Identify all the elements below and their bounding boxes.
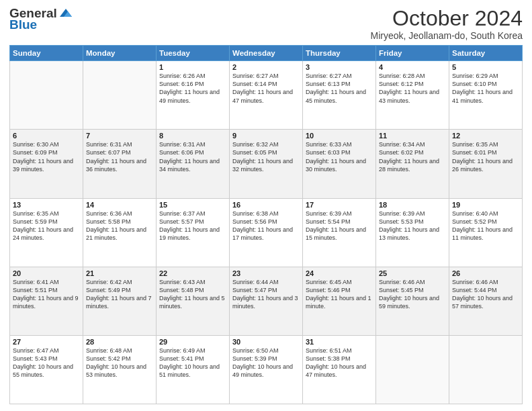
calendar-cell: 25Sunrise: 6:46 AM Sunset: 5:45 PM Dayli… — [376, 267, 449, 335]
calendar-cell: 3Sunrise: 6:27 AM Sunset: 6:13 PM Daylig… — [303, 61, 376, 130]
month-title: October 2024 — [371, 7, 523, 30]
calendar-week-row: 1Sunrise: 6:26 AM Sunset: 6:16 PM Daylig… — [10, 61, 523, 130]
calendar-cell: 22Sunrise: 6:43 AM Sunset: 5:48 PM Dayli… — [157, 267, 230, 335]
day-number: 24 — [306, 269, 373, 277]
day-number: 8 — [159, 132, 226, 140]
day-header-wednesday: Wednesday — [230, 46, 303, 61]
header: General Blue October 2024 Miryeok, Jeoll… — [9, 7, 523, 41]
calendar-week-row: 20Sunrise: 6:41 AM Sunset: 5:51 PM Dayli… — [10, 267, 523, 335]
day-info: Sunrise: 6:50 AM Sunset: 5:39 PM Dayligh… — [232, 347, 300, 379]
calendar-cell: 17Sunrise: 6:39 AM Sunset: 5:54 PM Dayli… — [303, 198, 376, 267]
day-info: Sunrise: 6:38 AM Sunset: 5:56 PM Dayligh… — [232, 210, 300, 242]
calendar-cell: 30Sunrise: 6:50 AM Sunset: 5:39 PM Dayli… — [230, 335, 303, 404]
logo: General Blue — [9, 7, 73, 31]
day-info: Sunrise: 6:28 AM Sunset: 6:12 PM Dayligh… — [379, 72, 446, 105]
day-info: Sunrise: 6:46 AM Sunset: 5:44 PM Dayligh… — [452, 278, 519, 311]
day-info: Sunrise: 6:51 AM Sunset: 5:38 PM Dayligh… — [306, 347, 373, 379]
day-info: Sunrise: 6:47 AM Sunset: 5:43 PM Dayligh… — [13, 347, 80, 379]
day-info: Sunrise: 6:29 AM Sunset: 6:10 PM Dayligh… — [452, 72, 519, 105]
calendar-cell: 11Sunrise: 6:34 AM Sunset: 6:02 PM Dayli… — [376, 130, 449, 198]
calendar-cell: 6Sunrise: 6:30 AM Sunset: 6:09 PM Daylig… — [10, 130, 83, 198]
day-number: 19 — [452, 201, 519, 209]
day-info: Sunrise: 6:41 AM Sunset: 5:51 PM Dayligh… — [13, 278, 80, 311]
day-info: Sunrise: 6:45 AM Sunset: 5:46 PM Dayligh… — [306, 278, 373, 311]
calendar-cell — [376, 335, 449, 404]
day-number: 2 — [232, 63, 300, 71]
day-number: 9 — [232, 132, 300, 140]
day-info: Sunrise: 6:43 AM Sunset: 5:48 PM Dayligh… — [159, 278, 226, 311]
day-number: 12 — [452, 132, 519, 140]
calendar-cell: 2Sunrise: 6:27 AM Sunset: 6:14 PM Daylig… — [230, 61, 303, 130]
day-number: 28 — [86, 338, 153, 346]
day-number: 31 — [306, 338, 373, 346]
calendar-cell: 28Sunrise: 6:48 AM Sunset: 5:42 PM Dayli… — [83, 335, 157, 404]
calendar-cell: 18Sunrise: 6:39 AM Sunset: 5:53 PM Dayli… — [376, 198, 449, 267]
day-header-thursday: Thursday — [303, 46, 376, 61]
day-info: Sunrise: 6:31 AM Sunset: 6:06 PM Dayligh… — [159, 140, 226, 173]
day-header-monday: Monday — [83, 46, 157, 61]
title-block: October 2024 Miryeok, Jeollanam-do, Sout… — [371, 7, 523, 41]
calendar-cell: 14Sunrise: 6:36 AM Sunset: 5:58 PM Dayli… — [83, 198, 157, 267]
calendar-table: SundayMondayTuesdayWednesdayThursdayFrid… — [9, 45, 523, 404]
calendar-cell: 12Sunrise: 6:35 AM Sunset: 6:01 PM Dayli… — [449, 130, 523, 198]
logo-icon — [58, 7, 73, 18]
location: Miryeok, Jeollanam-do, South Korea — [371, 30, 523, 41]
day-number: 11 — [379, 132, 446, 140]
day-info: Sunrise: 6:34 AM Sunset: 6:02 PM Dayligh… — [379, 140, 446, 173]
day-number: 26 — [452, 269, 519, 277]
day-number: 17 — [306, 201, 373, 209]
calendar-cell: 7Sunrise: 6:31 AM Sunset: 6:07 PM Daylig… — [83, 130, 157, 198]
calendar-cell: 15Sunrise: 6:37 AM Sunset: 5:57 PM Dayli… — [157, 198, 230, 267]
logo-blue-text: Blue — [9, 18, 37, 31]
day-number: 4 — [379, 63, 446, 71]
calendar-week-row: 6Sunrise: 6:30 AM Sunset: 6:09 PM Daylig… — [10, 130, 523, 198]
day-info: Sunrise: 6:35 AM Sunset: 6:01 PM Dayligh… — [452, 140, 519, 173]
calendar-cell: 27Sunrise: 6:47 AM Sunset: 5:43 PM Dayli… — [10, 335, 83, 404]
calendar-cell: 23Sunrise: 6:44 AM Sunset: 5:47 PM Dayli… — [230, 267, 303, 335]
calendar-week-row: 13Sunrise: 6:35 AM Sunset: 5:59 PM Dayli… — [10, 198, 523, 267]
day-info: Sunrise: 6:37 AM Sunset: 5:57 PM Dayligh… — [159, 210, 226, 242]
day-number: 14 — [86, 201, 153, 209]
calendar-cell: 20Sunrise: 6:41 AM Sunset: 5:51 PM Dayli… — [10, 267, 83, 335]
day-number: 13 — [13, 201, 80, 209]
day-info: Sunrise: 6:35 AM Sunset: 5:59 PM Dayligh… — [13, 210, 80, 242]
day-header-saturday: Saturday — [449, 46, 523, 61]
day-header-tuesday: Tuesday — [157, 46, 230, 61]
day-info: Sunrise: 6:46 AM Sunset: 5:45 PM Dayligh… — [379, 278, 446, 311]
calendar-cell — [83, 61, 157, 130]
day-info: Sunrise: 6:33 AM Sunset: 6:03 PM Dayligh… — [306, 140, 373, 173]
day-number: 22 — [159, 269, 226, 277]
calendar-header-row: SundayMondayTuesdayWednesdayThursdayFrid… — [10, 46, 523, 61]
calendar-cell: 1Sunrise: 6:26 AM Sunset: 6:16 PM Daylig… — [157, 61, 230, 130]
day-info: Sunrise: 6:32 AM Sunset: 6:05 PM Dayligh… — [232, 140, 300, 173]
day-number: 25 — [379, 269, 446, 277]
day-number: 30 — [232, 338, 300, 346]
day-number: 20 — [13, 269, 80, 277]
day-info: Sunrise: 6:48 AM Sunset: 5:42 PM Dayligh… — [86, 347, 153, 379]
day-info: Sunrise: 6:31 AM Sunset: 6:07 PM Dayligh… — [86, 140, 153, 173]
calendar-cell: 31Sunrise: 6:51 AM Sunset: 5:38 PM Dayli… — [303, 335, 376, 404]
day-info: Sunrise: 6:49 AM Sunset: 5:41 PM Dayligh… — [159, 347, 226, 379]
day-number: 7 — [86, 132, 153, 140]
calendar-cell: 5Sunrise: 6:29 AM Sunset: 6:10 PM Daylig… — [449, 61, 523, 130]
day-info: Sunrise: 6:27 AM Sunset: 6:13 PM Dayligh… — [306, 72, 373, 105]
day-number: 15 — [159, 201, 226, 209]
day-number: 18 — [379, 201, 446, 209]
calendar-cell: 10Sunrise: 6:33 AM Sunset: 6:03 PM Dayli… — [303, 130, 376, 198]
day-number: 16 — [232, 201, 300, 209]
day-info: Sunrise: 6:27 AM Sunset: 6:14 PM Dayligh… — [232, 72, 300, 105]
calendar-cell: 29Sunrise: 6:49 AM Sunset: 5:41 PM Dayli… — [157, 335, 230, 404]
day-number: 3 — [306, 63, 373, 71]
day-header-friday: Friday — [376, 46, 449, 61]
day-info: Sunrise: 6:42 AM Sunset: 5:49 PM Dayligh… — [86, 278, 153, 311]
calendar-cell: 24Sunrise: 6:45 AM Sunset: 5:46 PM Dayli… — [303, 267, 376, 335]
day-number: 5 — [452, 63, 519, 71]
day-info: Sunrise: 6:44 AM Sunset: 5:47 PM Dayligh… — [232, 278, 300, 311]
day-info: Sunrise: 6:36 AM Sunset: 5:58 PM Dayligh… — [86, 210, 153, 242]
calendar-cell: 19Sunrise: 6:40 AM Sunset: 5:52 PM Dayli… — [449, 198, 523, 267]
calendar-cell: 9Sunrise: 6:32 AM Sunset: 6:05 PM Daylig… — [230, 130, 303, 198]
day-info: Sunrise: 6:40 AM Sunset: 5:52 PM Dayligh… — [452, 210, 519, 242]
day-number: 23 — [232, 269, 300, 277]
calendar-cell — [10, 61, 83, 130]
day-number: 10 — [306, 132, 373, 140]
